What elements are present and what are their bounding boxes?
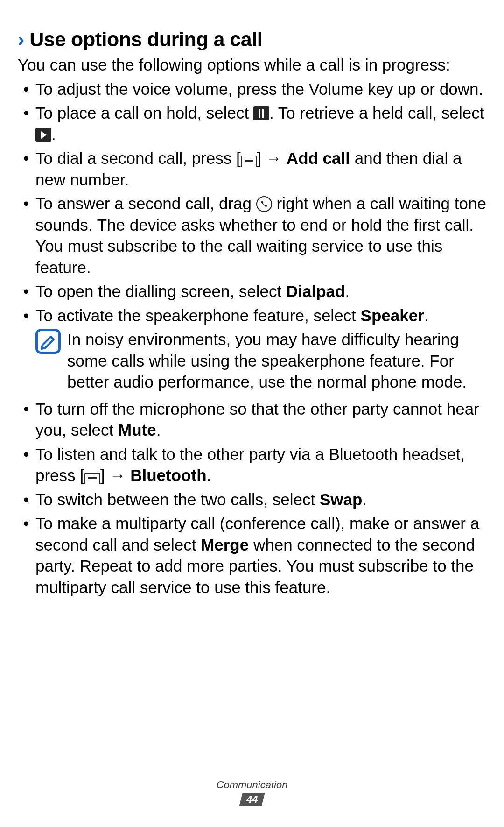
play-icon (35, 128, 51, 142)
list-item: To open the dialling screen, select Dial… (35, 281, 489, 302)
text-fragment: To dial a second call, press [ (35, 149, 241, 167)
bold-term: Swap (320, 490, 362, 509)
list-item: To listen and talk to the other party vi… (35, 444, 489, 486)
text-fragment: . (156, 421, 161, 439)
options-list-continued: To turn off the microphone so that the o… (18, 398, 489, 598)
list-item: To turn off the microphone so that the o… (35, 398, 489, 441)
text-fragment: To open the dialling screen, select (35, 282, 286, 300)
text-fragment: . (345, 282, 350, 300)
list-item: To make a multiparty call (conference ca… (35, 513, 489, 598)
page-number: 44 (246, 793, 258, 806)
page-number-badge: 44 (239, 793, 265, 806)
text-fragment: . (51, 125, 56, 143)
list-item: To adjust the voice volume, press the Vo… (35, 78, 489, 100)
footer-section-label: Communication (0, 779, 504, 791)
menu-icon (241, 156, 257, 167)
text-fragment: To place a call on hold, select (35, 104, 253, 122)
text-fragment: . (207, 466, 211, 484)
heading-text: Use options during a call (29, 28, 262, 50)
note-icon (35, 329, 61, 354)
bold-term: Speaker (361, 306, 424, 325)
list-item: To switch between the two calls, select … (35, 489, 489, 510)
text-fragment: . (362, 490, 367, 509)
list-item: To answer a second call, drag right when… (35, 193, 489, 278)
pause-icon (253, 106, 269, 120)
page-footer: Communication 44 (0, 779, 504, 806)
text-fragment: . To retrieve a held call, select (269, 104, 484, 122)
text-fragment: To turn off the microphone so that the o… (35, 400, 479, 439)
bold-term: Bluetooth (130, 466, 206, 484)
bold-term: Merge (201, 536, 249, 554)
phone-icon (256, 196, 272, 212)
note-text: In noisy environments, you may have diff… (67, 329, 489, 393)
text-fragment: To activate the speakerphone feature, se… (35, 306, 361, 325)
text-fragment: To answer a second call, drag (35, 194, 256, 212)
list-item: To activate the speakerphone feature, se… (35, 305, 489, 326)
list-item: To dial a second call, press [] → Add ca… (35, 148, 489, 190)
options-list: To adjust the voice volume, press the Vo… (18, 78, 489, 326)
menu-icon (84, 473, 100, 484)
section-heading: › Use options during a call (18, 28, 489, 51)
note-callout: In noisy environments, you may have diff… (35, 329, 489, 393)
text-fragment: ] → (100, 466, 130, 484)
text-fragment: To switch between the two calls, select (35, 490, 320, 509)
intro-text: You can use the following options while … (18, 55, 489, 76)
text-fragment: . (424, 306, 429, 325)
bold-term: Add call (287, 149, 350, 167)
bold-term: Mute (118, 421, 156, 439)
list-item: To place a call on hold, select . To ret… (35, 102, 489, 145)
heading-marker: › (18, 28, 24, 50)
bold-term: Dialpad (286, 282, 345, 300)
text-fragment: ] → (257, 149, 287, 167)
